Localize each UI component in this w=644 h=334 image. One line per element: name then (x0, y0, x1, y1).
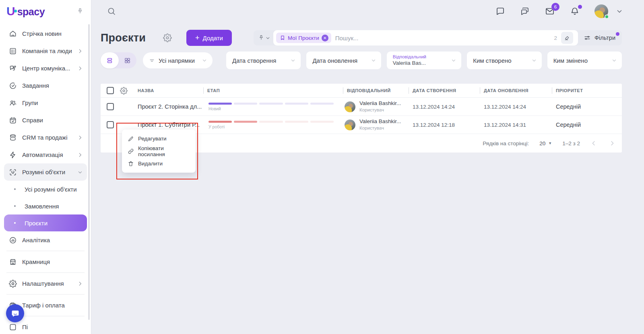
owner-role: Користувач (359, 125, 401, 131)
sidebar-subitem-projects[interactable]: Проєкти (4, 214, 87, 231)
groups-icon (9, 99, 17, 107)
sidebar-item-analytics[interactable]: Аналітика (4, 231, 87, 249)
bullet-icon (14, 222, 16, 224)
list-view-icon (106, 57, 113, 64)
filter-responsible[interactable]: Відповідальний Valeriia Bas... (387, 52, 461, 69)
add-button[interactable]: + Додати (186, 30, 232, 46)
select-all-checkbox[interactable] (107, 87, 114, 94)
column-header-priority[interactable]: ПРІОРИТЕТ (552, 87, 622, 94)
context-copy-link[interactable]: Копіювати посилання (122, 145, 196, 157)
sidebar-item-settings[interactable]: Налаштування (4, 275, 87, 292)
list-view-button[interactable] (101, 52, 119, 68)
page-next-icon[interactable] (609, 140, 615, 146)
user-avatar[interactable] (594, 4, 608, 18)
column-header-stage[interactable]: ЕТАП (203, 87, 343, 94)
page-settings-gear-icon[interactable] (163, 33, 172, 42)
saved-filter-chip[interactable]: Мої Проєкти ✕ (276, 33, 331, 43)
sidebar-subitem-orders[interactable]: Замовлення (4, 198, 87, 214)
project-name[interactable]: Проєкт 1. Субтитри Р... (134, 122, 203, 128)
filter-updated-date[interactable]: Дата оновлення (306, 52, 381, 69)
filter-value: Valeriia Bas... (393, 60, 426, 67)
divider (6, 272, 85, 273)
sidebar-item-crm[interactable]: CRM та продажі (4, 129, 87, 146)
created-date: 13.12.2024 14:24 (409, 104, 480, 110)
sidebar-scrollbar[interactable] (88, 24, 90, 320)
analytics-icon (9, 236, 17, 244)
shop-icon (9, 258, 17, 266)
home-icon (9, 30, 17, 38)
context-edit[interactable]: Редагувати (122, 132, 196, 145)
support-chat-fab[interactable] (6, 304, 24, 322)
chat-icon[interactable] (495, 6, 505, 16)
filter-created-date[interactable]: Дата створення (226, 52, 301, 69)
sidebar-item-activities[interactable]: Справи (4, 111, 87, 129)
search-icon[interactable] (107, 6, 116, 16)
divider (6, 294, 85, 295)
lightning-icon (9, 151, 17, 159)
filter-modified-by[interactable]: Ким змінено (547, 52, 622, 69)
search-input[interactable] (335, 35, 554, 41)
table-header-row: НАЗВА ЕТАП ВІДПОВІДАЛЬНИЙ ДАТА СТВОРЕННЯ… (101, 84, 622, 98)
chip-close-icon[interactable]: ✕ (322, 35, 328, 41)
filter-created-by[interactable]: Ким створено (467, 52, 541, 69)
column-header-name[interactable]: НАЗВА (134, 87, 203, 94)
pagination-range: 1–2 з 2 (562, 140, 580, 146)
columns-gear-icon[interactable] (120, 87, 134, 95)
pinned-filters-button[interactable] (254, 35, 273, 41)
context-delete[interactable]: Видалити (122, 157, 196, 170)
square-icon (9, 323, 17, 331)
filters-button[interactable]: Фільтри (578, 30, 622, 45)
column-header-responsible[interactable]: ВІДПОВІДАЛЬНИЙ (343, 87, 409, 94)
profile-chevron-icon[interactable] (616, 8, 623, 15)
sidebar-item-communication[interactable]: Центр комуніка... (4, 60, 87, 77)
pencil-icon (128, 136, 134, 142)
logo-dot (14, 10, 17, 12)
responsible-cell: Valeriia Bashkir... Користувач (343, 100, 409, 113)
sidebar-item-newsfeed[interactable]: Стрічка новин (4, 25, 87, 42)
logo-letter: U (6, 4, 15, 18)
mail-badge: 6 (551, 3, 559, 11)
column-header-created[interactable]: ДАТА СТВОРЕННЯ (409, 87, 480, 94)
mail-icon[interactable]: 6 (545, 6, 555, 16)
grid-view-button[interactable] (119, 52, 137, 68)
sidebar-item-marketplace[interactable]: Крамниця (4, 253, 87, 270)
rows-per-page-select[interactable]: 20 ▼ (539, 140, 552, 146)
avatar (345, 101, 355, 112)
column-header-updated[interactable]: ДАТА ОНОВЛЕННЯ (480, 87, 552, 94)
filter-chips-row: Дата створення Дата оновлення Відповідал… (226, 52, 622, 69)
page-title: Проєкти (101, 32, 146, 44)
clear-filters-eraser-icon[interactable] (561, 32, 573, 44)
sidebar-item-automation[interactable]: Автоматизація (4, 146, 87, 163)
sidebar-pin-icon[interactable] (76, 8, 84, 15)
row-context-menu: Редагувати Копіювати посилання Видалити (122, 130, 196, 173)
sidebar-item-groups[interactable]: Групи (4, 94, 87, 111)
sidebar-item-tasks[interactable]: Завдання (4, 77, 87, 94)
owner-name: Valeriia Bashkir... (359, 118, 401, 125)
created-date: 13.12.2024 12:18 (409, 122, 480, 128)
stage-progress-bar (208, 121, 334, 123)
chevron-down-icon (451, 58, 456, 63)
messenger-icon[interactable] (520, 6, 530, 16)
communication-icon (9, 64, 17, 72)
funnel-lines-icon (149, 58, 155, 64)
sidebar-nav: Стрічка новин Компанія та люди Центр ком… (0, 23, 91, 334)
stage-progress-bar (208, 103, 334, 105)
uspacy-logo[interactable]: U spacy (6, 4, 45, 18)
row-checkbox[interactable] (107, 103, 114, 110)
project-name[interactable]: Проєкт 2. Сторінка дл... (134, 103, 203, 110)
sidebar-item-company[interactable]: Компанія та люди (4, 42, 87, 60)
row-checkbox[interactable] (107, 121, 114, 128)
search-field[interactable]: Мої Проєкти ✕ 2 (273, 30, 578, 45)
directions-select[interactable]: Усі напрямки (143, 52, 213, 68)
calendar-check-icon (9, 116, 17, 124)
sidebar-item-smart-objects[interactable]: Розумні об'єкти (4, 163, 87, 181)
table-row[interactable]: Проєкт 2. Сторінка дл... Новий Valeriia … (101, 98, 622, 116)
bell-icon[interactable] (570, 6, 580, 16)
chevron-right-icon (77, 48, 83, 54)
select-all-cell (101, 87, 120, 94)
toolbar: Усі напрямки Дата створення Дата оновлен… (101, 52, 622, 69)
sidebar-subitem-all-smart-objects[interactable]: Усі розумні об'єкти (4, 181, 87, 198)
page-prev-icon[interactable] (590, 140, 597, 146)
chevron-right-icon (77, 135, 83, 140)
chevron-down-icon (265, 35, 270, 41)
